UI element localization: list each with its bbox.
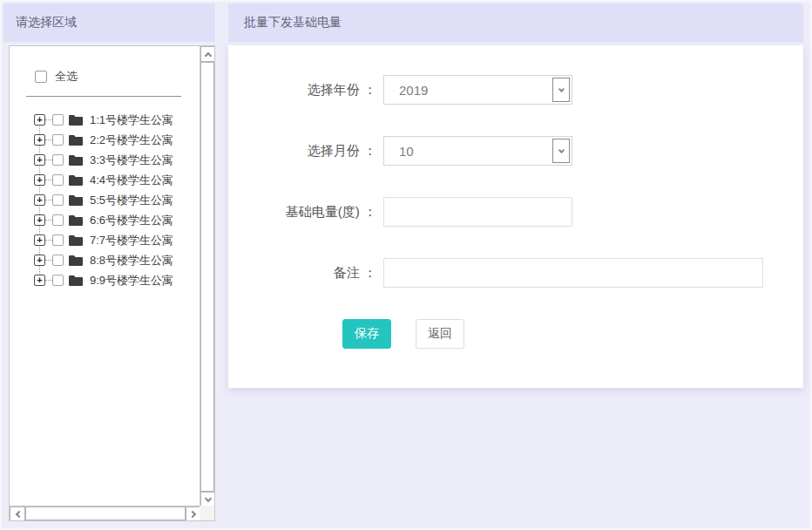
back-button[interactable]: 返回 (416, 319, 464, 349)
base-power-row: 基础电量(度) ： (228, 197, 803, 227)
right-panel-title: 批量下发基础电量 (244, 15, 342, 31)
horizontal-scroll-thumb[interactable] (25, 506, 186, 520)
folder-icon (69, 194, 83, 206)
expand-plus-icon[interactable]: + (34, 154, 45, 166)
expand-plus-icon[interactable]: + (34, 114, 45, 126)
folder-icon (69, 154, 83, 166)
expand-plus-icon[interactable]: + (34, 275, 45, 286)
tree-item-label[interactable]: 8:8号楼学生公寓 (90, 253, 173, 268)
select-all-row[interactable]: 全选 (35, 69, 214, 85)
chevron-right-icon (188, 510, 195, 517)
scroll-left-button[interactable] (10, 506, 25, 521)
remark-input[interactable] (383, 258, 763, 288)
right-panel-header: 批量下发基础电量 (228, 3, 803, 42)
tree-row[interactable]: + 5:5号楼学生公寓 (10, 190, 214, 210)
vertical-scroll-thumb[interactable] (200, 62, 214, 492)
chevron-left-icon (15, 510, 22, 517)
year-select-arrow[interactable] (552, 78, 570, 102)
scroll-up-button[interactable] (200, 46, 215, 62)
base-power-input[interactable] (383, 197, 572, 227)
tree-connector-stub (45, 139, 52, 140)
tree-item-label[interactable]: 4:4号楼学生公寓 (90, 173, 173, 188)
tree-item-checkbox[interactable] (52, 275, 64, 286)
year-label: 选择年份 ： (228, 82, 383, 99)
month-select-value: 10 (399, 144, 414, 159)
expand-plus-icon[interactable]: + (34, 214, 45, 226)
year-row: 选择年份 ： 2019 (228, 75, 803, 105)
select-all-checkbox[interactable] (35, 71, 47, 83)
region-select-panel: 请选择区域 全选 + 1:1号楼学生公寓 + (3, 3, 215, 521)
tree-row[interactable]: + 1:1号楼学生公寓 (10, 110, 214, 130)
folder-icon (69, 275, 83, 286)
tree-connector-stub (45, 240, 52, 241)
tree-connector-stub (45, 200, 52, 200)
folder-icon (69, 134, 83, 146)
tree-item-label[interactable]: 5:5号楼学生公寓 (90, 193, 173, 208)
tree-connector-stub (45, 180, 52, 180)
tree-item-checkbox[interactable] (52, 114, 64, 126)
expand-plus-icon[interactable]: + (34, 174, 45, 186)
tree-row[interactable]: + 7:7号楼学生公寓 (10, 230, 214, 250)
batch-issue-form: 选择年份 ： 2019 选择月份 ： 10 基础电量(度) ： 备注 ： (228, 45, 803, 388)
remark-row: 备注 ： (228, 258, 803, 288)
app-window: 请选择区域 全选 + 1:1号楼学生公寓 + (0, 0, 812, 530)
left-panel-title: 请选择区域 (16, 15, 77, 31)
save-button[interactable]: 保存 (342, 319, 391, 349)
tree-row[interactable]: + 3:3号楼学生公寓 (10, 150, 214, 170)
expand-plus-icon[interactable]: + (34, 134, 45, 146)
tree-item-checkbox[interactable] (52, 174, 64, 186)
folder-icon (69, 234, 83, 246)
tree-row[interactable]: + 6:6号楼学生公寓 (10, 210, 214, 230)
tree-vertical-scrollbar[interactable] (200, 46, 214, 507)
scrollbar-corner (200, 506, 214, 520)
tree-item-label[interactable]: 2:2号楼学生公寓 (90, 132, 173, 148)
year-select-value: 2019 (399, 83, 428, 98)
tree-row[interactable]: + 9:9号楼学生公寓 (10, 270, 214, 290)
tree-connector-stub (45, 160, 52, 160)
form-actions: 保存 返回 (342, 319, 803, 349)
tree-item-checkbox[interactable] (52, 255, 64, 266)
tree-item-label[interactable]: 9:9号楼学生公寓 (90, 273, 173, 289)
chevron-up-icon (204, 51, 211, 58)
month-label: 选择月份 ： (228, 143, 383, 160)
chevron-down-icon (558, 85, 564, 92)
folder-icon (69, 214, 83, 226)
tree-item-label[interactable]: 7:7号楼学生公寓 (90, 233, 173, 248)
tree-divider (26, 96, 181, 97)
expand-plus-icon[interactable]: + (34, 194, 45, 206)
tree-item-label[interactable]: 3:3号楼学生公寓 (90, 153, 173, 168)
folder-icon (69, 174, 83, 186)
month-select[interactable]: 10 (383, 136, 572, 166)
expand-plus-icon[interactable]: + (34, 255, 45, 266)
month-row: 选择月份 ： 10 (228, 136, 803, 166)
tree-item-checkbox[interactable] (52, 194, 64, 206)
tree-row[interactable]: + 2:2号楼学生公寓 (10, 130, 214, 150)
tree-horizontal-scrollbar[interactable] (10, 506, 201, 520)
chevron-down-icon (558, 146, 564, 153)
left-panel-header: 请选择区域 (3, 3, 215, 42)
tree-item-label[interactable]: 1:1号楼学生公寓 (90, 112, 173, 128)
chevron-down-icon (204, 494, 211, 501)
tree-connector-stub (45, 220, 52, 221)
tree-item-checkbox[interactable] (52, 154, 64, 166)
select-all-label: 全选 (55, 69, 78, 85)
tree-row[interactable]: + 8:8号楼学生公寓 (10, 250, 214, 270)
tree-item-label[interactable]: 6:6号楼学生公寓 (90, 213, 173, 228)
tree-connector-stub (45, 280, 52, 281)
tree-item-checkbox[interactable] (52, 214, 64, 226)
tree-connector-stub (45, 119, 52, 120)
batch-issue-panel: 批量下发基础电量 选择年份 ： 2019 选择月份 ： 10 基础电量(度) ： (228, 3, 803, 388)
base-power-label: 基础电量(度) ： (228, 204, 383, 221)
region-tree: + 1:1号楼学生公寓 + 2:2号楼学生公寓 + (10, 110, 214, 290)
region-tree-container: 全选 + 1:1号楼学生公寓 + 2:2号楼学生公寓 (9, 45, 215, 521)
folder-icon (69, 255, 83, 266)
month-select-arrow[interactable] (552, 139, 570, 163)
folder-icon (69, 114, 83, 126)
expand-plus-icon[interactable]: + (34, 234, 45, 246)
tree-connector-stub (45, 260, 52, 261)
tree-item-checkbox[interactable] (52, 134, 64, 146)
tree-item-checkbox[interactable] (52, 234, 64, 246)
remark-label: 备注 ： (228, 265, 383, 282)
tree-row[interactable]: + 4:4号楼学生公寓 (10, 170, 214, 190)
year-select[interactable]: 2019 (383, 75, 572, 105)
